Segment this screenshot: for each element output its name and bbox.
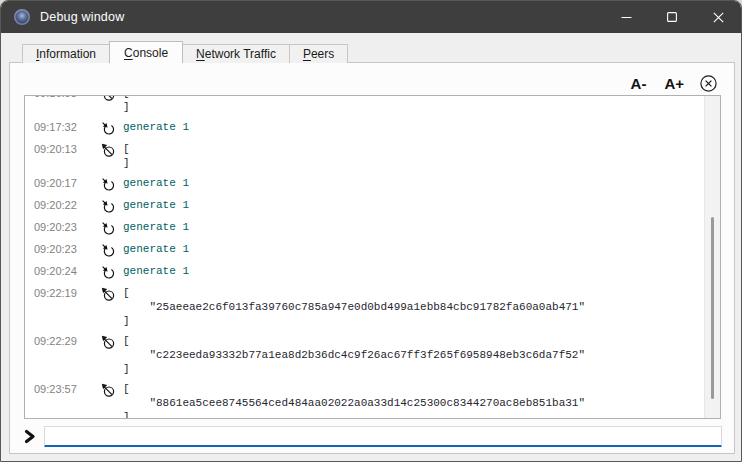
console-entry: 09:20:17 generate 1 bbox=[25, 176, 705, 192]
console-entry: 09:16:58 [] bbox=[25, 95, 705, 114]
minimize-icon bbox=[621, 12, 632, 23]
tab-peers[interactable]: Peers bbox=[289, 44, 348, 63]
reply-icon bbox=[93, 95, 123, 114]
console-tab-page: A- A+ 09:16:58 [] 09:17 bbox=[9, 62, 735, 454]
minimize-button[interactable] bbox=[603, 1, 649, 33]
command-icon bbox=[93, 198, 123, 214]
console-scrollbar[interactable] bbox=[704, 96, 720, 418]
command-input-row bbox=[23, 423, 722, 449]
command-icon bbox=[93, 242, 123, 258]
console-entry: 09:20:13 [] bbox=[25, 142, 705, 170]
console-messages: 09:16:58 [] 09:17:32 generate 1 09:20:13 bbox=[25, 95, 705, 419]
reply-icon bbox=[93, 334, 123, 376]
debug-window: Debug window Information Console Network… bbox=[0, 0, 742, 462]
command-icon bbox=[93, 264, 123, 280]
clear-console-icon bbox=[699, 74, 718, 93]
command-icon bbox=[93, 176, 123, 192]
window-title: Debug window bbox=[40, 10, 124, 24]
reply-icon bbox=[93, 286, 123, 328]
console-entry: 09:22:19 [ "25aeeae2c6f013fa39760c785a94… bbox=[25, 286, 705, 328]
maximize-button[interactable] bbox=[649, 1, 695, 33]
reply-icon bbox=[93, 382, 123, 419]
command-icon bbox=[93, 120, 123, 136]
maximize-icon bbox=[667, 12, 677, 22]
titlebar[interactable]: Debug window bbox=[1, 1, 741, 33]
window-controls bbox=[603, 1, 741, 33]
command-icon bbox=[93, 220, 123, 236]
close-button[interactable] bbox=[695, 1, 741, 33]
tabbar: Information Console Network Traffic Peer… bbox=[22, 41, 348, 63]
decrease-font-button[interactable]: A- bbox=[625, 73, 653, 95]
prompt-chevron-icon bbox=[23, 429, 44, 444]
tab-console[interactable]: Console bbox=[109, 41, 183, 63]
clear-console-button[interactable] bbox=[696, 72, 721, 95]
console-entry: 09:23:57 [ "8861ea5cee8745564ced484aa020… bbox=[25, 382, 705, 419]
close-icon bbox=[713, 12, 724, 23]
console-entry: 09:22:29 [ "c223eeda93332b77a1ea8d2b36dc… bbox=[25, 334, 705, 376]
console-entry: 09:20:22 generate 1 bbox=[25, 198, 705, 214]
console-entry: 09:20:23 generate 1 bbox=[25, 220, 705, 236]
console-command-input[interactable] bbox=[44, 426, 722, 447]
reply-icon bbox=[93, 142, 123, 170]
increase-font-button[interactable]: A+ bbox=[658, 73, 690, 95]
console-entry: 09:20:23 generate 1 bbox=[25, 242, 705, 258]
console-entry: 09:17:32 generate 1 bbox=[25, 120, 705, 136]
scrollbar-thumb[interactable] bbox=[711, 217, 714, 399]
console-toolbar: A- A+ bbox=[625, 72, 721, 95]
console-output: 09:16:58 [] 09:17:32 generate 1 09:20:13 bbox=[24, 95, 721, 419]
console-entry: 09:20:24 generate 1 bbox=[25, 264, 705, 280]
app-coin-icon bbox=[14, 9, 30, 25]
tab-information[interactable]: Information bbox=[22, 44, 110, 63]
tab-network-traffic[interactable]: Network Traffic bbox=[182, 44, 290, 63]
